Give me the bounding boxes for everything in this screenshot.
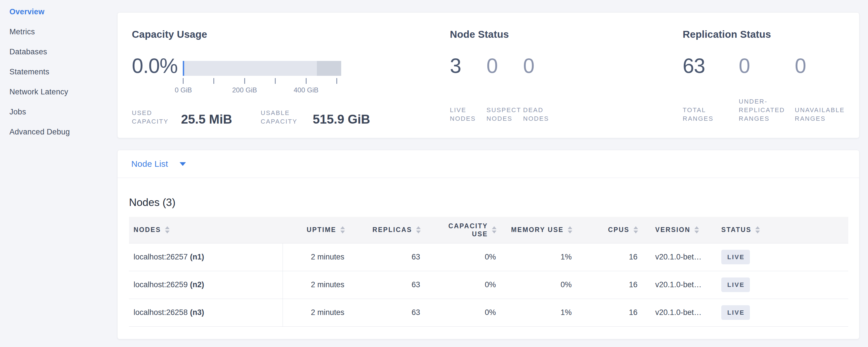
column-header-version[interactable]: VERSION: [641, 217, 717, 243]
node-list-card: Node List Nodes (3) NODES UPTIME: [117, 150, 860, 339]
axis-tick: [244, 78, 245, 84]
axis-tick: [336, 78, 337, 84]
status-badge: LIVE: [721, 305, 750, 320]
cpus-cell: 16: [575, 243, 641, 271]
uptime-cell: 2 minutes: [283, 271, 348, 298]
table-header-row: NODES UPTIME REPLICAS CAPACITY USE: [129, 217, 848, 243]
column-header-capacity-use[interactable]: CAPACITY USE: [424, 217, 499, 243]
dead-nodes-label: DEAD NODES: [523, 106, 558, 123]
sidebar-item-jobs[interactable]: Jobs: [9, 107, 117, 127]
column-header-nodes[interactable]: NODES: [129, 217, 283, 243]
axis-label-400gib: 400 GiB: [294, 86, 319, 94]
unavailable-ranges-label: UNAVAILABLE RANGES: [795, 106, 851, 123]
column-header-cpus[interactable]: CPUS: [575, 217, 641, 243]
replicas-cell: 63: [348, 271, 424, 298]
cpus-cell: 16: [575, 271, 641, 298]
cluster-summary-card: Capacity Usage 0.0% 0 GiB 200 GiB 400: [117, 12, 860, 138]
column-header-uptime[interactable]: UPTIME: [283, 217, 348, 243]
live-nodes-value: 3: [450, 54, 487, 97]
sidebar-item-advanced-debug[interactable]: Advanced Debug: [9, 127, 117, 147]
unavailable-ranges-value: 0: [795, 54, 851, 97]
sort-icon[interactable]: [416, 226, 421, 233]
under-replicated-ranges-label: UNDER-REPLICATED RANGES: [739, 97, 785, 123]
sort-icon[interactable]: [492, 226, 496, 233]
sidebar-item-metrics[interactable]: Metrics: [9, 27, 117, 47]
capacity-usage-title: Capacity Usage: [132, 28, 450, 41]
axis-tick: [213, 78, 214, 84]
axis-tick: [183, 78, 184, 84]
node-status-title: Node Status: [450, 28, 683, 41]
under-replicated-ranges-stat: 0 UNDER-REPLICATED RANGES: [739, 54, 795, 123]
status-badge: LIVE: [721, 250, 750, 264]
dead-nodes-value: 0: [523, 54, 560, 97]
sort-icon[interactable]: [694, 226, 699, 233]
nodes-table: NODES UPTIME REPLICAS CAPACITY USE: [129, 217, 848, 327]
memory-use-cell: 1%: [499, 243, 575, 271]
table-row: localhost:26259(n2) 2 minutes 63 0% 0% 1…: [129, 271, 848, 298]
node-status-section: Node Status 3 LIVE NODES 0 SUSPECT NODES…: [450, 28, 683, 138]
sort-icon[interactable]: [165, 226, 169, 233]
total-ranges-stat: 63 TOTAL RANGES: [683, 54, 739, 123]
version-cell: v20.1.0-bet…: [641, 271, 717, 298]
sidebar-item-overview[interactable]: Overview: [9, 7, 117, 27]
capacity-use-cell: 0%: [424, 271, 499, 298]
uptime-cell: 2 minutes: [283, 298, 348, 326]
usable-capacity-label: USABLE CAPACITY: [261, 109, 307, 126]
capacity-gauge-bar: [183, 61, 341, 76]
table-row: localhost:26258(n3) 2 minutes 63 0% 1% 1…: [129, 298, 848, 326]
used-capacity-value: 25.5 MiB: [181, 113, 232, 126]
capacity-gauge: 0 GiB 200 GiB 400 GiB: [183, 61, 341, 94]
live-nodes-stat: 3 LIVE NODES: [450, 54, 487, 123]
sidebar-item-databases[interactable]: Databases: [9, 47, 117, 67]
node-name-link[interactable]: localhost:26257(n1): [129, 243, 283, 271]
column-header-memory-use[interactable]: MEMORY USE: [499, 217, 575, 243]
axis-label-0gib: 0 GiB: [175, 86, 192, 94]
used-capacity-stat: USED CAPACITY 25.5 MiB: [132, 109, 232, 126]
usable-capacity-stat: USABLE CAPACITY 515.9 GiB: [261, 109, 370, 126]
sidebar: Overview Metrics Databases Statements Ne…: [0, 0, 117, 347]
total-ranges-label: TOTAL RANGES: [683, 106, 729, 123]
sort-icon[interactable]: [340, 226, 345, 233]
capacity-usage-section: Capacity Usage 0.0% 0 GiB 200 GiB 400: [132, 28, 450, 138]
axis-tick: [306, 78, 307, 84]
replicas-cell: 63: [348, 298, 424, 326]
suspect-nodes-label: SUSPECT NODES: [487, 106, 521, 123]
capacity-use-cell: 0%: [424, 243, 499, 271]
axis-tick: [275, 78, 276, 84]
sidebar-item-network-latency[interactable]: Network Latency: [9, 87, 117, 107]
memory-use-cell: 1%: [499, 298, 575, 326]
nodes-heading: Nodes (3): [129, 196, 848, 209]
sort-icon[interactable]: [633, 226, 638, 233]
table-row: localhost:26257(n1) 2 minutes 63 0% 1% 1…: [129, 243, 848, 271]
cpus-cell: 16: [575, 298, 641, 326]
suspect-nodes-stat: 0 SUSPECT NODES: [487, 54, 523, 123]
node-list-dropdown[interactable]: Node List: [118, 150, 859, 178]
capacity-use-cell: 0%: [424, 298, 499, 326]
node-list-dropdown-label[interactable]: Node List: [131, 159, 168, 169]
sort-icon[interactable]: [568, 226, 572, 233]
live-nodes-label: LIVE NODES: [450, 106, 485, 123]
memory-use-cell: 0%: [499, 271, 575, 298]
uptime-cell: 2 minutes: [283, 243, 348, 271]
capacity-gauge-used-marker: [183, 61, 184, 76]
axis-label-200gib: 200 GiB: [232, 86, 257, 94]
sort-icon[interactable]: [755, 226, 760, 233]
chevron-down-icon: [180, 162, 186, 166]
sidebar-item-statements[interactable]: Statements: [9, 67, 117, 87]
replication-status-title: Replication Status: [683, 28, 851, 41]
usable-capacity-value: 515.9 GiB: [313, 113, 370, 126]
version-cell: v20.1.0-bet…: [641, 243, 717, 271]
status-badge: LIVE: [721, 278, 750, 292]
node-name-link[interactable]: localhost:26259(n2): [129, 271, 283, 298]
used-capacity-label: USED CAPACITY: [132, 109, 175, 126]
total-ranges-value: 63: [683, 54, 739, 97]
replicas-cell: 63: [348, 243, 424, 271]
node-name-link[interactable]: localhost:26258(n3): [129, 298, 283, 326]
capacity-percent: 0.0%: [132, 54, 178, 77]
under-replicated-ranges-value: 0: [739, 54, 795, 97]
replication-status-section: Replication Status 63 TOTAL RANGES 0 UND…: [683, 28, 851, 138]
dead-nodes-stat: 0 DEAD NODES: [523, 54, 560, 123]
column-header-status[interactable]: STATUS: [717, 217, 848, 243]
column-header-replicas[interactable]: REPLICAS: [348, 217, 424, 243]
suspect-nodes-value: 0: [487, 54, 523, 97]
